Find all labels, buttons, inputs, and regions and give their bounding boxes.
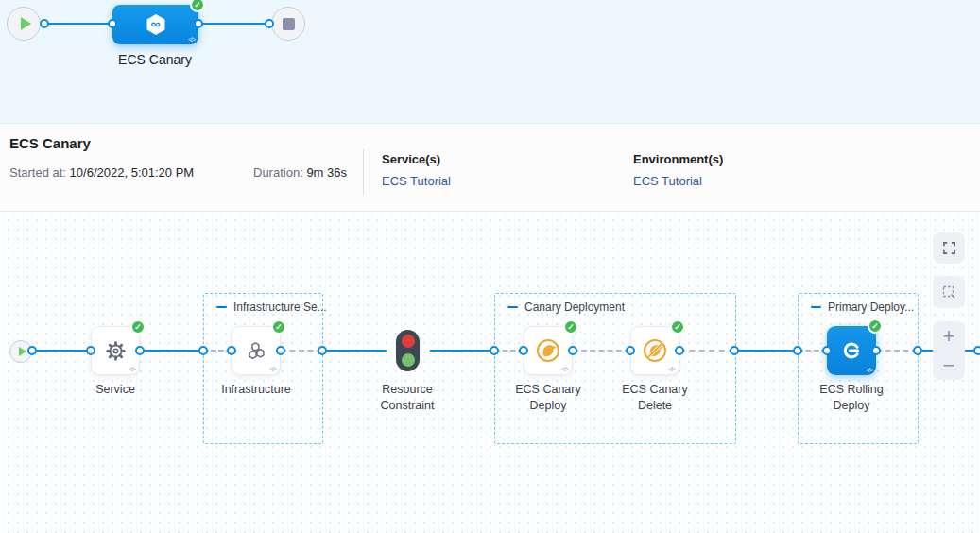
node-label-ecs-rolling-deploy: ECS Rolling Deploy: [790, 382, 913, 414]
started-at-value: 10/6/2022, 5:01:20 PM: [70, 165, 195, 180]
success-check-icon: ✓: [271, 319, 286, 335]
group-header-primary-deployment[interactable]: Primary Deploy...: [811, 301, 914, 314]
connector-line-dashed: [281, 350, 322, 352]
started-at-text: Started at: 10/6/2022, 5:01:20 PM: [9, 165, 194, 180]
canary-deploy-icon: [534, 336, 562, 365]
traffic-red-icon: [402, 335, 415, 348]
success-check-icon: ✓: [563, 319, 578, 335]
services-label: Service(s): [382, 152, 440, 166]
node-label-infrastructure: Infrastructure: [195, 382, 318, 398]
duration-value: 9m 36s: [306, 165, 347, 180]
connector-point: [276, 346, 285, 355]
connector-line-dashed: [573, 350, 630, 352]
stage-connector-line: [41, 23, 114, 25]
pipeline-graph-canvas[interactable]: Infrastructure Se... Canary Deployment P…: [0, 212, 980, 533]
connector-point: [227, 346, 236, 355]
connector-point: [318, 346, 327, 355]
code-icon: </>: [129, 366, 135, 372]
node-label-ecs-canary-deploy: ECS Canary Deploy: [487, 382, 610, 414]
step-node-ecs-canary-deploy[interactable]: ✓ </>: [524, 326, 573, 375]
node-label-ecs-canary-delete: ECS Canary Delete: [593, 382, 716, 414]
step-node-resource-constraint[interactable]: [396, 330, 420, 371]
connector-point: [265, 19, 274, 28]
connector-point: [973, 346, 980, 355]
hexagon-cluster-icon: [244, 338, 269, 364]
collapse-icon[interactable]: [216, 306, 227, 309]
connector-point: [194, 19, 203, 28]
connector-point: [871, 346, 881, 355]
connector-point: [822, 346, 832, 355]
stage-overview-banner: ∞ ✓ </> ECS Canary: [0, 0, 980, 124]
connector-line-dashed: [679, 350, 734, 352]
success-check-icon: ✓: [130, 319, 146, 335]
connector-point: [135, 346, 145, 355]
group-label: Canary Deployment: [524, 301, 625, 314]
code-icon: </>: [188, 36, 195, 43]
cd-hexagon-icon: ∞: [143, 11, 169, 38]
step-node-ecs-canary-delete[interactable]: ✓ </>: [630, 326, 679, 375]
connector-point: [108, 19, 117, 28]
connector-point: [730, 346, 739, 355]
summary-divider: [363, 149, 364, 195]
connector-line: [140, 350, 203, 352]
step-node-infrastructure[interactable]: ✓ </>: [232, 326, 281, 375]
ecs-rolling-icon: [839, 338, 864, 363]
code-icon: </>: [561, 366, 568, 372]
group-header-canary-deployment[interactable]: Canary Deployment: [507, 301, 625, 314]
pipeline-start-node[interactable]: [7, 7, 41, 41]
step-node-service[interactable]: ✓ </>: [91, 326, 140, 375]
group-label: Primary Deploy...: [828, 301, 914, 314]
stage-connector-line: [197, 23, 272, 25]
node-label-service: Service: [54, 382, 177, 398]
stage-chip-label: ECS Canary: [118, 52, 192, 67]
fullscreen-icon: [942, 241, 956, 255]
step-node-ecs-rolling-deploy[interactable]: ✓ </>: [827, 326, 876, 375]
duration-text: Duration: 9m 36s: [253, 165, 347, 180]
connector-point: [913, 346, 922, 355]
connector-line: [430, 350, 494, 352]
connector-point: [198, 346, 208, 355]
connector-line-dashed: [876, 350, 918, 352]
pipeline-execution-screen: ∞ ✓ </> ECS Canary ECS Canary Started at…: [0, 0, 980, 533]
code-icon: </>: [866, 367, 872, 373]
connector-point: [568, 346, 577, 355]
code-icon: </>: [269, 366, 276, 372]
connector-point: [626, 346, 635, 355]
play-icon: [21, 17, 31, 30]
collapse-icon[interactable]: [811, 306, 821, 309]
zoom-out-button[interactable]: −: [933, 351, 965, 380]
group-header-infrastructure[interactable]: Infrastructure Se...: [216, 301, 327, 314]
connector-point: [490, 346, 499, 355]
node-label-resource-constraint: Resource Constraint: [346, 382, 469, 414]
execution-summary-bar: ECS Canary Started at: 10/6/2022, 5:01:2…: [0, 124, 980, 212]
fullscreen-button[interactable]: [933, 232, 965, 264]
gear-icon: [103, 338, 129, 364]
success-check-icon: ✓: [190, 0, 205, 12]
connector-point: [675, 346, 684, 355]
stage-chip-ecs-canary[interactable]: ∞ ✓ </>: [112, 5, 198, 44]
code-icon: </>: [668, 366, 675, 372]
group-label: Infrastructure Se...: [233, 301, 327, 314]
connector-point: [519, 346, 528, 355]
infinity-icon: ∞: [151, 16, 161, 31]
page-title: ECS Canary: [9, 135, 91, 151]
success-check-icon: ✓: [868, 318, 883, 334]
connector-point: [793, 346, 802, 355]
selection-mode-button[interactable]: [933, 276, 965, 308]
success-check-icon: ✓: [670, 319, 685, 335]
environments-label: Environment(s): [633, 152, 723, 166]
pipeline-end-node[interactable]: [271, 7, 305, 41]
collapse-icon[interactable]: [507, 306, 518, 309]
connector-line: [32, 350, 91, 352]
zoom-in-button[interactable]: +: [933, 321, 965, 351]
connector-point: [86, 346, 95, 355]
traffic-green-icon: [402, 353, 415, 367]
connector-point: [27, 346, 37, 355]
environments-link[interactable]: ECS Tutorial: [633, 174, 702, 188]
connector-line: [734, 350, 798, 352]
marquee-select-icon: [941, 284, 956, 300]
zoom-controls: + −: [933, 321, 965, 380]
canary-delete-icon: [641, 336, 669, 365]
services-link[interactable]: ECS Tutorial: [382, 174, 451, 188]
stop-icon: [283, 18, 295, 30]
